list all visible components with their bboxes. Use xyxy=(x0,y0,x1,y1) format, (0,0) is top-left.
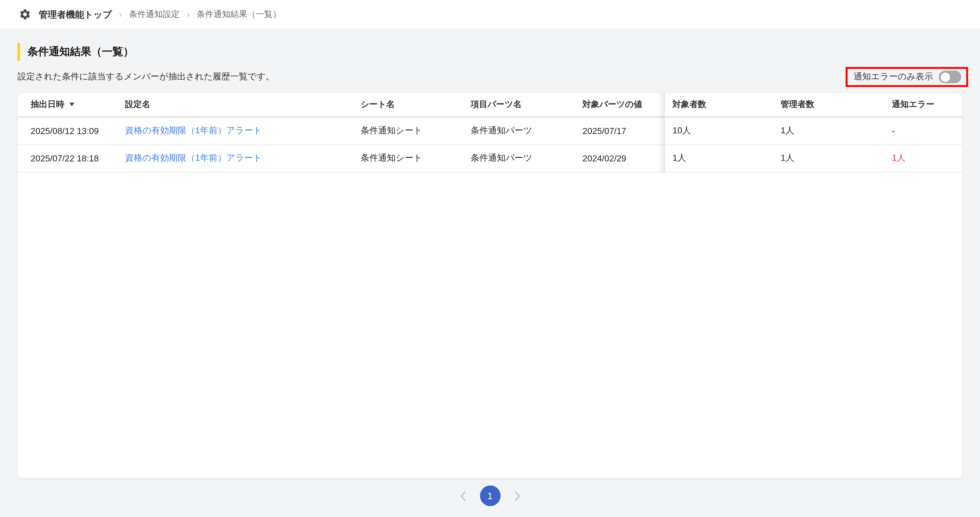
error-only-toggle-label: 通知エラーのみ表示 xyxy=(853,71,933,83)
setting-name-link[interactable]: 資格の有効期限（1年前）アラート xyxy=(125,125,262,135)
title-accent-bar xyxy=(18,43,20,61)
column-header-sheet-name: シート名 xyxy=(361,99,471,110)
topbar: 管理者機能トップ › 条件通知設定 › 条件通知結果（一覧） xyxy=(0,0,980,29)
column-divider xyxy=(664,93,665,172)
screen: 管理者機能トップ › 条件通知設定 › 条件通知結果（一覧） 条件通知結果（一覧… xyxy=(0,0,980,517)
breadcrumb-separator-icon: › xyxy=(119,10,122,19)
table-header-row: 抽出日時 設定名 シート名 項目パーツ名 対象パーツの値 対象者数 管理者数 通… xyxy=(18,93,963,117)
breadcrumb-root[interactable]: 管理者機能トップ xyxy=(39,8,112,20)
toggle-knob-icon xyxy=(940,72,950,81)
column-header-part-value: 対象パーツの値 xyxy=(582,99,664,110)
cell-part-name: 条件通知パーツ xyxy=(471,153,582,164)
breadcrumb-separator-icon: › xyxy=(186,10,190,19)
column-header-admin-count: 管理者数 xyxy=(781,99,892,110)
column-header-target-count: 対象者数 xyxy=(664,99,781,110)
cell-admin-count: 1人 xyxy=(781,125,892,136)
breadcrumb-item-settings[interactable]: 条件通知設定 xyxy=(129,9,180,20)
previous-page-icon[interactable] xyxy=(459,490,467,502)
cell-extracted-at: 2025/08/12 13:09 xyxy=(30,126,125,136)
cell-extracted-at: 2025/07/22 18:18 xyxy=(30,153,125,163)
error-only-toggle[interactable] xyxy=(939,71,961,83)
column-header-notify-error: 通知エラー xyxy=(892,99,963,110)
cell-admin-count: 1人 xyxy=(781,153,892,164)
page-title-row: 条件通知結果（一覧） xyxy=(18,43,963,61)
sort-descending-icon xyxy=(69,103,74,107)
table-row: 2025/07/22 18:18 資格の有効期限（1年前）アラート 条件通知シー… xyxy=(18,145,963,172)
page-title: 条件通知結果（一覧） xyxy=(27,43,134,61)
cell-part-name: 条件通知パーツ xyxy=(471,125,582,136)
cell-target-count: 10人 xyxy=(664,125,781,136)
notify-error-count-link[interactable]: 1人 xyxy=(892,153,905,163)
pagination: 1 xyxy=(18,485,963,506)
gear-icon xyxy=(19,8,31,21)
column-header-extracted-at[interactable]: 抽出日時 xyxy=(30,99,125,110)
description-row: 設定された条件に該当するメンバーが抽出された履歴一覧です。 通知エラーのみ表示 xyxy=(18,67,963,87)
column-header-setting-name: 設定名 xyxy=(125,99,361,110)
setting-name-link[interactable]: 資格の有効期限（1年前）アラート xyxy=(125,153,262,163)
cell-part-value: 2024/02/29 xyxy=(582,153,664,163)
table-row: 2025/08/12 13:09 資格の有効期限（1年前）アラート 条件通知シー… xyxy=(18,117,963,145)
column-header-part-name: 項目パーツ名 xyxy=(471,99,582,110)
next-page-icon[interactable] xyxy=(513,490,521,502)
cell-target-count: 1人 xyxy=(664,153,781,164)
cell-part-value: 2025/07/17 xyxy=(582,126,664,136)
page-description: 設定された条件に該当するメンバーが抽出された履歴一覧です。 xyxy=(18,71,274,83)
current-page-button[interactable]: 1 xyxy=(480,485,501,506)
main-content: 条件通知結果（一覧） 設定された条件に該当するメンバーが抽出された履歴一覧です。… xyxy=(0,43,980,506)
cell-sheet-name: 条件通知シート xyxy=(361,153,471,164)
results-card: 抽出日時 設定名 シート名 項目パーツ名 対象パーツの値 対象者数 管理者数 通… xyxy=(18,93,963,478)
cell-sheet-name: 条件通知シート xyxy=(361,125,471,136)
breadcrumb-item-current: 条件通知結果（一覧） xyxy=(197,9,281,20)
annotation-highlight-box: 通知エラーのみ表示 xyxy=(845,67,968,87)
cell-notify-error: - xyxy=(892,126,963,136)
